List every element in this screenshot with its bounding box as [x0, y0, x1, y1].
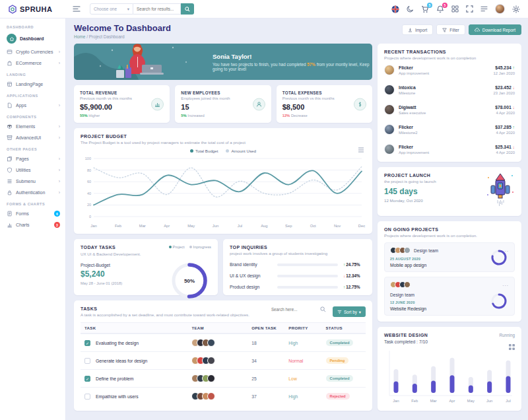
sidebar-item-ecommerce[interactable]: ECommerce› [0, 57, 65, 69]
inquiry-row: UI & UX design ↓12.34% [230, 273, 366, 278]
project-budget-line-chart[interactable]: 020406080100JanFebMarAprMayJunJulAugSepO… [81, 153, 366, 231]
dark-mode-icon[interactable] [407, 5, 414, 13]
svg-text:Oct: Oct [310, 224, 316, 228]
sidebar-item-forms[interactable]: Forms 6 [0, 208, 65, 219]
app-logo[interactable]: SPRUHA [0, 5, 66, 14]
sidebar-item-pages[interactable]: Pages› [0, 153, 65, 164]
website-design-bar-chart[interactable]: JanFebMarAprMayJunJul [384, 348, 515, 405]
sidebar-item-apps[interactable]: Apps› [0, 100, 65, 111]
cloud-download-icon [475, 28, 480, 32]
transaction-row: FlickerApp improvement $45.234 ↑12 Jan 2… [384, 60, 515, 80]
settings-gear-icon[interactable] [512, 5, 520, 13]
legend-total-budget[interactable]: Total Budget [190, 149, 218, 153]
download-report-button[interactable]: Download Report [469, 24, 521, 35]
sidebar-item-elements[interactable]: Elements› [0, 121, 65, 132]
rocket-illustration [486, 172, 515, 208]
pages-icon [7, 156, 13, 162]
status-badge: Rejected [326, 393, 350, 400]
trend-up-icon: ↑ [343, 262, 345, 267]
sidebar-item-landingpage[interactable]: LandingPage [0, 79, 65, 90]
sidebar-item-authentication[interactable]: Authentication› [0, 187, 65, 198]
language-flag-icon[interactable] [391, 5, 399, 13]
import-button[interactable]: Import [402, 24, 433, 35]
task-progress-donut: 50% [170, 262, 209, 300]
avatar [384, 124, 395, 135]
fullscreen-icon[interactable] [466, 5, 473, 13]
sidebar-item-charts[interactable]: Charts 3 [0, 219, 65, 230]
avatar [384, 85, 395, 95]
team-avatars [390, 281, 411, 288]
sidebar-section-components: COMPONENTS [0, 111, 65, 121]
page-title: Welcome To Dashboard [74, 23, 171, 33]
svg-text:May: May [467, 399, 475, 403]
app-name: SPRUHA [20, 5, 52, 13]
chart-menu-icon[interactable] [358, 147, 364, 153]
project-progress-ring [490, 293, 508, 310]
more-options-icon[interactable]: ... [502, 283, 509, 286]
chevron-right-icon: › [59, 135, 60, 140]
breadcrumb: Home / Project Dashboard [74, 34, 171, 39]
trend-down-icon: ↓ [513, 85, 515, 90]
chevron-right-icon: › [59, 168, 60, 172]
search-input[interactable] [133, 3, 181, 15]
svg-text:Nov: Nov [334, 224, 341, 228]
apps-grid-icon[interactable] [451, 5, 459, 13]
task-checkbox[interactable]: ✓ [84, 340, 90, 346]
box-icon [7, 123, 13, 129]
user-avatar[interactable] [495, 4, 505, 14]
sidebar-item-dashboard[interactable]: Dashboard [0, 31, 65, 46]
sidebar-item-crypto-currencies[interactable]: Crypto Currencies› [0, 46, 65, 57]
banner-illustration [74, 44, 206, 80]
breadcrumb-current: Project Dashboard [89, 34, 125, 39]
sidebar-item-utilities[interactable]: Utilities› [0, 164, 65, 176]
sort-by-button[interactable]: Sort by▾ [333, 306, 366, 317]
task-checkbox[interactable]: ✓ [84, 358, 90, 364]
notifications-bell-icon[interactable]: 5 [436, 5, 444, 13]
ongoing-project-item: Design team ... 25 AUGUST 2020 Mobile ap… [384, 242, 515, 272]
menu-toggle-icon[interactable] [73, 6, 81, 12]
tasks-search-input[interactable] [271, 307, 317, 312]
table-row: ✓Define the problem 25 Low Completed [81, 369, 366, 387]
chevron-right-icon: › [59, 103, 60, 108]
team-avatars [191, 392, 251, 400]
cart-icon[interactable]: 5 [421, 5, 429, 13]
table-header-row: TASK TEAM OPEN TASK PRORITY STATUS [81, 322, 366, 333]
today-tasks-card: TODAY TASKS Project Inprogress UX UI & B… [74, 239, 218, 295]
tasks-card: TASKS A task is accomplished by a set de… [74, 300, 372, 411]
welcome-banner: Sonia Taylor! You have two projects to f… [74, 44, 372, 80]
ongoing-project-item: ... Design team 12 JUNE 2020 Website Red… [384, 277, 515, 316]
filter-button[interactable]: Filter [436, 24, 465, 35]
svg-text:Feb: Feb [115, 224, 121, 228]
sidebar-item-submenu[interactable]: Submenu› [0, 176, 65, 187]
task-checkbox[interactable]: ✓ [84, 376, 90, 382]
transaction-row: IntoxicaMilestone $23.452 ↓23 Jan 2020 [384, 80, 515, 100]
transaction-row: DigiwattSales executive $78.001 ↓4 Apr 2… [384, 100, 515, 120]
recent-transactions-card: RECENT TRANSACTIONS Projects where devel… [378, 44, 521, 162]
task-checkbox[interactable]: ✓ [84, 394, 90, 400]
archive-icon [7, 135, 13, 141]
svg-text:Dec: Dec [358, 224, 365, 228]
svg-text:20: 20 [87, 203, 91, 207]
card-icon [7, 49, 13, 55]
tasks-table: TASK TEAM OPEN TASK PRORITY STATUS ✓Eval… [81, 322, 366, 405]
legend-amount-used[interactable]: Amount Used [226, 149, 256, 153]
sidebar-section-applications: APPLICATIONS [0, 90, 65, 100]
svg-text:Mar: Mar [139, 224, 146, 228]
sidebar-item-advancedui[interactable]: AdvancedUI› [0, 132, 65, 143]
breadcrumb-home[interactable]: Home [74, 34, 85, 39]
team-avatars [390, 247, 411, 254]
cart-badge: 5 [427, 3, 432, 8]
revenue-chart-icon [151, 98, 164, 110]
category-select[interactable]: Choose one ▾ [90, 3, 133, 15]
activity-list-icon[interactable] [480, 6, 488, 12]
chart-menu-icon[interactable] [509, 344, 515, 350]
search-icon[interactable] [320, 306, 326, 312]
svg-text:Mar: Mar [430, 399, 437, 403]
layout-icon [7, 81, 13, 87]
search-button[interactable] [181, 3, 194, 15]
project-budget-card: PROJECT BUDGET The Project Budget is a t… [74, 128, 372, 234]
employee-user-icon [253, 98, 265, 110]
status-badge: Completed [326, 375, 354, 382]
chevron-right-icon: › [59, 124, 60, 129]
svg-text:Jul: Jul [506, 399, 510, 403]
